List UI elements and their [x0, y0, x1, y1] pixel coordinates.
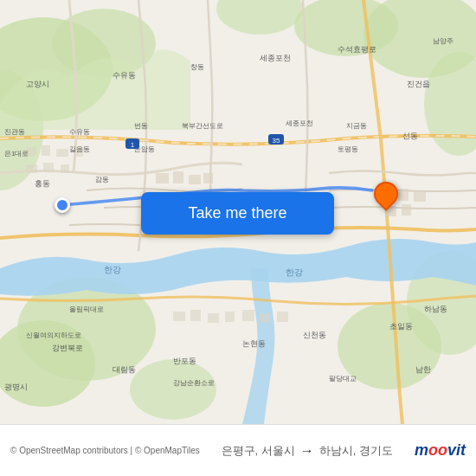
- svg-text:길음동: 길음동: [69, 145, 90, 153]
- svg-text:감동: 감동: [95, 176, 109, 183]
- attribution-text: © OpenStreetMap contributors | © OpenMap…: [10, 446, 200, 455]
- origin-marker: [55, 197, 70, 213]
- svg-text:세종포천: 세종포천: [286, 119, 313, 127]
- destination-marker: [374, 182, 398, 213]
- svg-text:논현동: 논현동: [242, 339, 266, 348]
- svg-rect-26: [414, 192, 426, 202]
- svg-text:신월여의지하도로: 신월여의지하도로: [26, 331, 81, 339]
- svg-text:강변북로: 강변북로: [52, 344, 83, 352]
- svg-text:고양시: 고양시: [26, 80, 49, 88]
- svg-text:남한: 남한: [415, 365, 431, 374]
- svg-text:강남순환소로: 강남순환소로: [173, 379, 215, 387]
- svg-rect-18: [43, 163, 54, 172]
- route-info: 은평구, 서울시 → 하남시, 경기도: [222, 443, 393, 459]
- svg-text:남양주: 남양주: [433, 37, 453, 45]
- svg-text:하남동: 하남동: [424, 305, 447, 313]
- svg-rect-25: [398, 189, 408, 201]
- svg-text:수유동: 수유동: [113, 71, 136, 80]
- svg-text:초일동: 초일동: [389, 322, 413, 331]
- footer-bar: © OpenStreetMap contributors | © OpenMap…: [0, 424, 476, 476]
- svg-rect-14: [42, 145, 50, 156]
- svg-text:올림픽대로: 올림픽대로: [69, 306, 104, 313]
- map-container: 고양시 수유동 창동 세종포천 수석효평로 진건읍 남양주 진관동 수유동 번동…: [0, 0, 476, 424]
- svg-rect-35: [277, 312, 288, 322]
- svg-rect-31: [208, 313, 219, 323]
- svg-text:1: 1: [131, 141, 135, 149]
- take-me-there-button[interactable]: Take me there: [141, 192, 334, 235]
- svg-rect-22: [189, 175, 201, 184]
- svg-text:토평동: 토평동: [338, 145, 358, 153]
- svg-text:반포동: 반포동: [173, 357, 196, 365]
- svg-rect-23: [203, 173, 213, 183]
- svg-rect-20: [156, 173, 169, 183]
- svg-text:수석효평로: 수석효평로: [338, 45, 376, 54]
- svg-text:번동: 번동: [134, 122, 148, 130]
- destination-label: 하남시, 경기도: [319, 443, 393, 459]
- svg-rect-30: [190, 310, 201, 321]
- svg-text:35: 35: [273, 137, 280, 145]
- svg-text:팔당대교: 팔당대교: [329, 375, 357, 383]
- svg-text:한강: 한강: [286, 267, 303, 277]
- svg-text:대림동: 대림동: [113, 365, 136, 374]
- svg-rect-21: [173, 171, 183, 183]
- svg-text:북부간선도로: 북부간선도로: [182, 122, 223, 130]
- svg-text:지금동: 지금동: [346, 122, 367, 130]
- svg-rect-32: [225, 312, 235, 322]
- svg-text:선동: 선동: [402, 132, 418, 140]
- svg-rect-33: [242, 310, 254, 321]
- svg-rect-28: [402, 204, 411, 215]
- svg-text:홍동: 홍동: [35, 179, 50, 188]
- origin-label: 은평구, 서울시: [222, 443, 295, 459]
- route-arrow: →: [300, 443, 314, 459]
- svg-text:광명시: 광명시: [4, 383, 28, 391]
- svg-text:진관동: 진관동: [4, 128, 25, 136]
- svg-text:한강: 한강: [104, 265, 121, 274]
- svg-text:신천동: 신천동: [303, 331, 326, 339]
- svg-rect-29: [173, 312, 185, 321]
- svg-text:세종포천: 세종포천: [260, 54, 291, 62]
- svg-rect-34: [260, 313, 270, 323]
- svg-rect-19: [61, 164, 69, 173]
- svg-rect-17: [26, 164, 37, 173]
- svg-text:수유동: 수유동: [69, 128, 90, 136]
- svg-text:창동: 창동: [190, 63, 204, 71]
- svg-text:진건읍: 진건읍: [407, 80, 430, 88]
- svg-point-10: [130, 359, 216, 420]
- svg-rect-15: [56, 149, 68, 157]
- svg-text:은1대로: 은1대로: [4, 150, 29, 158]
- moovit-logo: moovit: [415, 441, 466, 460]
